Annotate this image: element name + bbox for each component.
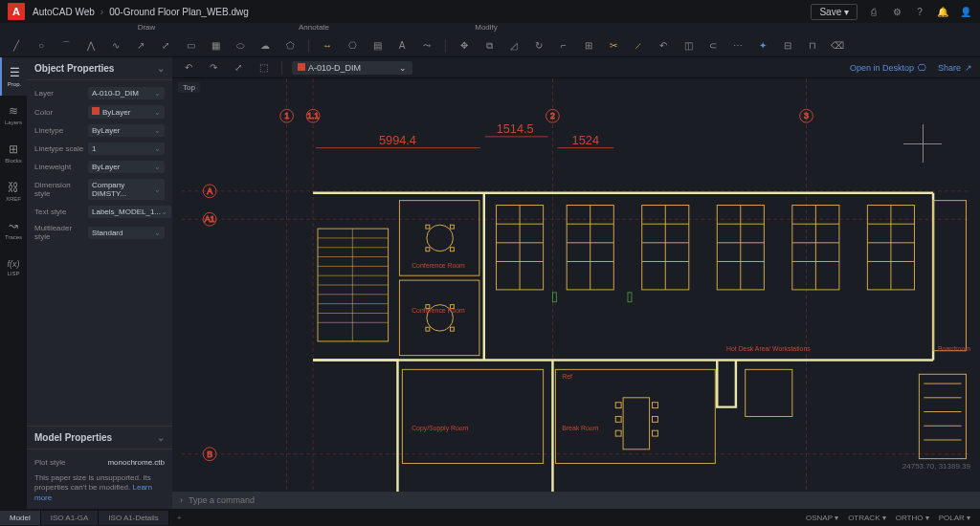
properties-panel: Object Properties⌄ LayerA-010-D_DIM⌄Colo…	[27, 57, 172, 509]
layout-tab[interactable]: ISO A1-Details	[99, 511, 168, 525]
offset-tool-icon[interactable]: ⊂	[704, 37, 722, 55]
help-icon[interactable]: ?	[913, 5, 926, 18]
property-value-dropdown[interactable]: ByLayer⌄	[88, 105, 165, 119]
chevron-down-icon[interactable]: ⌄	[157, 63, 165, 74]
dimension-tool-icon[interactable]: ↔	[319, 37, 336, 55]
ellipse-tool-icon[interactable]: ⬭	[232, 37, 249, 55]
save-button[interactable]: Save ▾	[811, 4, 858, 20]
explode-tool-icon[interactable]: ✦	[754, 37, 771, 55]
rectangle-tool-icon[interactable]: ▭	[182, 37, 199, 55]
undo-tool-icon[interactable]: ↶	[655, 37, 672, 55]
ray-tool-icon[interactable]: ↗	[132, 37, 149, 55]
array-tool-icon[interactable]: ⊞	[580, 37, 597, 55]
property-value-dropdown[interactable]: ByLayer⌄	[88, 124, 165, 137]
redo-icon[interactable]: ↷	[205, 59, 222, 77]
property-value-dropdown[interactable]: ByLayer⌄	[88, 161, 165, 173]
leader-tool-icon[interactable]: ⎔	[344, 37, 361, 55]
command-input[interactable]	[189, 495, 972, 505]
chevron-down-icon: ⌄	[154, 89, 161, 98]
circle-tool-icon[interactable]: ○	[33, 37, 50, 55]
status-toggle[interactable]: OSNAP ▾	[806, 514, 838, 522]
bell-icon[interactable]: 🔔	[936, 5, 949, 18]
svg-rect-51	[450, 327, 454, 331]
property-row: Multileader styleStandard⌄	[34, 221, 165, 244]
property-value-dropdown[interactable]: Standard⌄	[88, 227, 165, 239]
property-value-dropdown[interactable]: Company DIMSTY...⌄	[88, 179, 165, 200]
move-tool-icon[interactable]: ✥	[456, 37, 473, 55]
chevron-down-icon[interactable]: ⌄	[157, 432, 165, 443]
undo-icon[interactable]: ↶	[180, 59, 197, 77]
selection-icon[interactable]: ⬚	[255, 59, 272, 77]
svg-text:Conference Room: Conference Room	[412, 307, 465, 314]
rail-blocks[interactable]: ⊞Blocks	[0, 134, 27, 172]
app-logo: A	[8, 3, 25, 20]
rotate-tool-icon[interactable]: ↻	[530, 37, 547, 55]
status-toggle[interactable]: ORTHO ▾	[896, 514, 929, 522]
rail-properties[interactable]: ☰Prop.	[0, 57, 27, 96]
svg-rect-84	[623, 398, 649, 449]
join-tool-icon[interactable]: ⊓	[804, 37, 821, 55]
revcloud-tool-icon[interactable]: ☁	[256, 37, 274, 55]
rail-traces[interactable]: ↝Traces	[0, 210, 27, 249]
chevron-down-icon: ⌄	[161, 208, 167, 216]
xline-tool-icon[interactable]: ⤢	[157, 37, 174, 55]
avatar[interactable]: 👤	[959, 5, 972, 18]
command-bar[interactable]: ›	[172, 492, 980, 509]
svg-text:Break Room: Break Room	[562, 425, 598, 431]
mleader-tool-icon[interactable]: ⤳	[418, 37, 435, 55]
ribbon-group-labels: Draw Annotate Modify	[0, 23, 980, 34]
layout-tab[interactable]: ISO A1-GA	[41, 511, 100, 525]
print-icon[interactable]: ⎙	[867, 5, 880, 18]
copy-tool-icon[interactable]: ⧉	[480, 37, 498, 55]
property-value-dropdown[interactable]: A-010-D_DIM⌄	[88, 87, 165, 99]
property-row: LayerA-010-D_DIM⌄	[34, 84, 165, 102]
svg-text:1514.5: 1514.5	[497, 121, 534, 136]
share-link[interactable]: Share ↗	[938, 63, 972, 73]
floorplan-svg: 1 1.1 2 3 A A1 B 5994.4 1514.5 1524	[172, 78, 980, 492]
drawing-canvas[interactable]: Top 1 1.1 2 3 A A1 B	[172, 78, 980, 492]
trim-tool-icon[interactable]: ✂	[605, 37, 622, 55]
left-rail: ☰Prop. ≋Layers ⊞Blocks ⛓XREF ↝Traces f(x…	[0, 57, 27, 509]
svg-text:Copy/Supply Room: Copy/Supply Room	[412, 425, 468, 432]
polyline-tool-icon[interactable]: ⋀	[82, 37, 100, 55]
text-tool-icon[interactable]: A	[393, 37, 411, 55]
align-tool-icon[interactable]: ⊟	[779, 37, 796, 55]
open-desktop-link[interactable]: Open in Desktop 🖵	[850, 63, 926, 73]
mirror-tool-icon[interactable]: ◿	[505, 37, 523, 55]
add-tab-button[interactable]: +	[169, 511, 189, 525]
property-row: Text styleLabels_MODEL_1...⌄	[34, 203, 165, 221]
mtext-tool-icon[interactable]: ▤	[368, 37, 386, 55]
fillet-tool-icon[interactable]: ⌐	[555, 37, 572, 55]
properties-icon: ☰	[10, 66, 20, 79]
rail-xref[interactable]: ⛓XREF	[0, 172, 27, 210]
spline-tool-icon[interactable]: ∿	[107, 37, 124, 55]
layout-tab[interactable]: Model	[0, 511, 41, 525]
plot-style-label: Plot style	[34, 458, 88, 467]
property-label: Layer	[34, 89, 88, 98]
extend-tool-icon[interactable]: ⟋	[630, 37, 647, 55]
zoom-extents-icon[interactable]: ⤢	[230, 59, 247, 77]
gear-icon[interactable]: ⚙	[890, 5, 903, 18]
more-tool-icon[interactable]: ⋯	[729, 37, 746, 55]
svg-point-41	[427, 225, 453, 251]
property-value-dropdown[interactable]: 1⌄	[88, 142, 165, 155]
xref-icon: ⛓	[8, 181, 19, 194]
status-toggle[interactable]: OTRACK ▾	[848, 514, 886, 522]
arc-tool-icon[interactable]: ⌒	[57, 37, 75, 55]
breadcrumb[interactable]: AutoCAD Web › 00-Ground Floor Plan_WEB.d…	[33, 7, 249, 17]
svg-text:Ref: Ref	[562, 373, 572, 380]
line-tool-icon[interactable]: ╱	[8, 37, 25, 55]
erase-tool-icon[interactable]: ⌫	[829, 37, 846, 55]
hatch-tool-icon[interactable]: ▦	[207, 37, 224, 55]
rail-lisp[interactable]: f(x)LISP	[0, 249, 27, 287]
status-toggle[interactable]: POLAR ▾	[939, 514, 970, 522]
svg-rect-50	[426, 327, 430, 331]
svg-rect-43	[450, 225, 454, 229]
layer-dropdown[interactable]: A-010-D_DIM⌄	[292, 61, 412, 75]
polygon-tool-icon[interactable]: ⬠	[281, 37, 299, 55]
rail-layers[interactable]: ≋Layers	[0, 96, 27, 134]
file-name: 00-Ground Floor Plan_WEB.dwg	[109, 7, 249, 17]
chevron-down-icon: ⌄	[154, 163, 161, 171]
property-value-dropdown[interactable]: Labels_MODEL_1...⌄	[88, 206, 171, 218]
scale-tool-icon[interactable]: ◫	[679, 37, 697, 55]
